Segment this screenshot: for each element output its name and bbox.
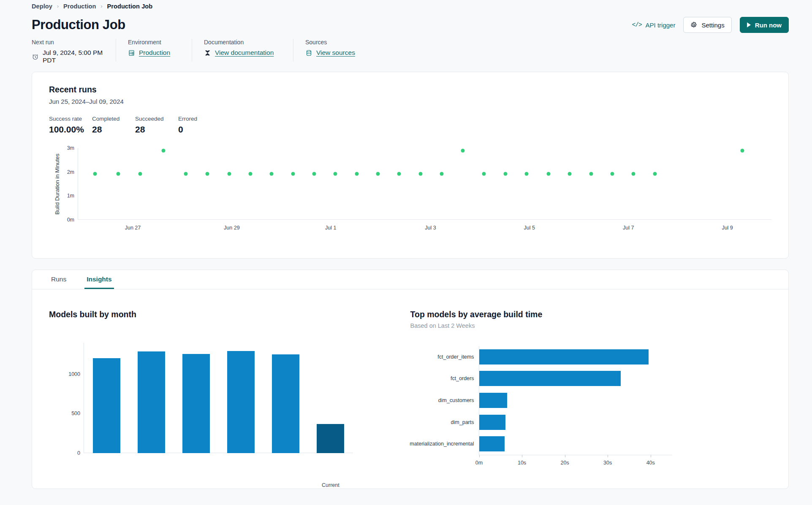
vbar-column[interactable]: Jun [272, 354, 299, 453]
scatter-point[interactable] [653, 172, 657, 176]
hbar-y-label: fct_orders [451, 375, 474, 381]
scatter-point[interactable] [376, 172, 380, 176]
scatter-point[interactable] [312, 172, 316, 176]
breadcrumb: Deploy › Production › Production Job [0, 0, 812, 11]
tab-runs[interactable]: Runs [49, 275, 68, 289]
scatter-point[interactable] [547, 172, 551, 176]
top-models-chart: fct_order_itemsfct_ordersdim_customersdi… [410, 346, 672, 473]
view-documentation-link[interactable]: View documentation [215, 49, 274, 57]
scatter-point[interactable] [589, 172, 593, 176]
stat-completed: Completed 28 [92, 116, 135, 135]
recent-runs-scatter-chart: Build Duration in Minutes 0m1m2m3m Jun 2… [49, 148, 771, 237]
view-sources-link[interactable]: View sources [316, 49, 355, 57]
vbar-column[interactable]: Current [317, 424, 344, 453]
stat-value: 100.00% [49, 124, 92, 135]
scatter-point[interactable] [418, 172, 422, 176]
gear-icon [690, 22, 697, 28]
scatter-point[interactable] [184, 172, 188, 176]
scatter-point[interactable] [93, 172, 97, 176]
insights-panels: Models built by month FebMarAprMayJunCur… [32, 289, 788, 473]
scatter-x-tick: Jul 9 [722, 225, 733, 231]
scatter-point[interactable] [610, 172, 614, 176]
vbar-column[interactable]: Feb [93, 358, 120, 453]
scatter-y-tick: 0m [67, 217, 74, 223]
recent-runs-date-range: Jun 25, 2024–Jul 09, 2024 [49, 98, 771, 105]
scatter-point[interactable] [355, 172, 358, 176]
scatter-point[interactable] [161, 149, 165, 153]
breadcrumb-item-production[interactable]: Production [63, 3, 96, 10]
recent-runs-title: Recent runs [49, 85, 771, 95]
hbar-rect[interactable] [479, 393, 507, 408]
scatter-x-tick: Jul 3 [425, 225, 436, 231]
run-now-label: Run now [755, 22, 782, 29]
scatter-point[interactable] [525, 172, 529, 176]
hbar-rect[interactable] [479, 415, 506, 430]
scatter-point[interactable] [568, 172, 572, 176]
meta-label-next-run: Next run [32, 39, 104, 46]
scatter-point[interactable] [138, 172, 142, 176]
scatter-point[interactable] [227, 172, 231, 176]
environment-link[interactable]: Production [139, 49, 170, 57]
header-actions: </> API trigger Settings Run now [632, 17, 789, 33]
hbar-rect[interactable] [479, 371, 621, 386]
scatter-y-tick: 1m [67, 193, 74, 199]
hbar-rect[interactable] [479, 436, 505, 451]
scatter-point[interactable] [270, 172, 274, 176]
vbar-rect[interactable] [317, 424, 344, 453]
meta-value-environment: Production [128, 49, 180, 57]
scatter-point[interactable] [248, 172, 252, 176]
stat-value: 28 [92, 124, 135, 135]
hbar-x-tick: 0m [475, 460, 483, 466]
vbar-y-tick: 0 [66, 450, 80, 456]
scatter-point[interactable] [116, 172, 120, 176]
vbar-rect[interactable] [93, 358, 120, 453]
scatter-point[interactable] [741, 149, 744, 153]
hbar-y-label: fct_order_items [437, 354, 474, 360]
vbar-column[interactable]: May [227, 351, 255, 453]
tab-insights[interactable]: Insights [84, 275, 114, 289]
scatter-x-tick: Jul 7 [623, 225, 634, 231]
vbar-rect[interactable] [138, 351, 165, 453]
page-header: Production Job </> API trigger Settings … [0, 11, 812, 35]
top-models-subtitle: Based on Last 2 Weeks [410, 322, 772, 329]
scatter-point[interactable] [503, 172, 507, 176]
meta-label-sources: Sources [305, 39, 355, 46]
stat-label: Succeeded [135, 116, 178, 122]
chevron-right-icon: › [57, 4, 59, 9]
hbar-row[interactable]: dim_customers [479, 393, 507, 408]
vbar-rect[interactable] [227, 351, 255, 453]
hbar-row[interactable]: fct_orders [479, 371, 621, 386]
meta-cell-environment: Environment Production [128, 39, 192, 62]
scatter-point[interactable] [291, 172, 295, 176]
vbar-column[interactable]: Apr [182, 354, 210, 453]
scatter-point[interactable] [461, 149, 465, 153]
run-now-button[interactable]: Run now [740, 17, 789, 33]
breadcrumb-item-deploy[interactable]: Deploy [32, 3, 52, 10]
stat-value: 28 [135, 124, 178, 135]
scatter-point[interactable] [334, 172, 337, 176]
scatter-y-tick: 3m [67, 145, 74, 151]
scatter-point[interactable] [205, 172, 209, 176]
models-by-month-chart: FebMarAprMayJunCurrent 05001000 [66, 343, 353, 469]
hbar-rect[interactable] [479, 349, 649, 365]
hbar-row[interactable]: materialization_incremental [479, 436, 505, 451]
hbar-row[interactable]: fct_order_items [479, 349, 649, 365]
meta-value-documentation: View documentation [204, 49, 281, 57]
api-trigger-button[interactable]: </> API trigger [632, 22, 675, 29]
models-by-month-title: Models built by month [49, 310, 410, 319]
hbar-tick-mark [608, 455, 608, 457]
vbar-y-tick: 1000 [66, 371, 80, 377]
vbar-rect[interactable] [272, 354, 299, 453]
hbar-tick-mark [479, 455, 480, 457]
meta-value-sources: View sources [305, 49, 355, 57]
stat-succeeded: Succeeded 28 [135, 116, 178, 135]
vbar-rect[interactable] [182, 354, 210, 453]
scatter-point[interactable] [397, 172, 401, 176]
scatter-point[interactable] [440, 172, 443, 176]
scatter-point[interactable] [632, 172, 635, 176]
scatter-x-axis-line [78, 219, 771, 220]
settings-button[interactable]: Settings [683, 17, 731, 33]
vbar-column[interactable]: Mar [138, 351, 165, 453]
hbar-row[interactable]: dim_parts [479, 415, 506, 430]
scatter-point[interactable] [482, 172, 486, 176]
